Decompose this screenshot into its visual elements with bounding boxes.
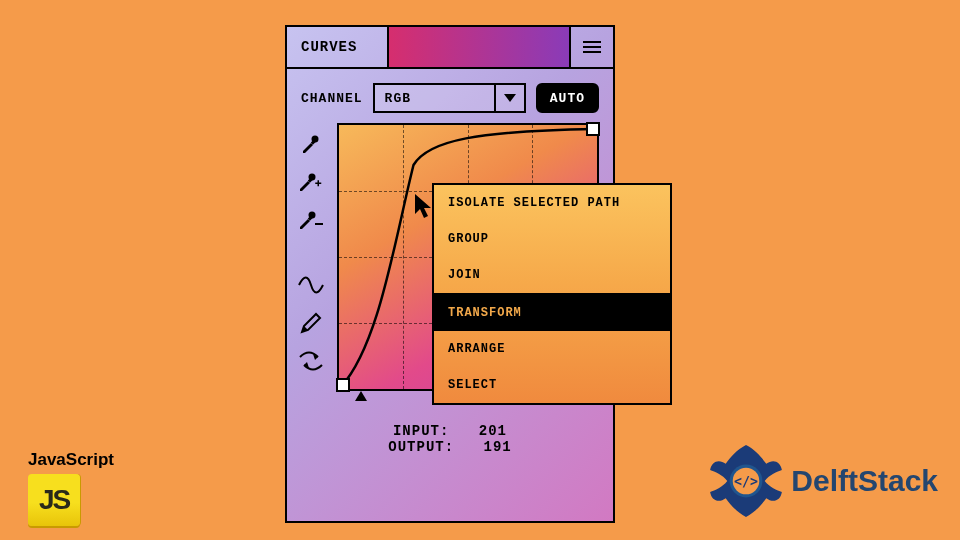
eyedropper-plus-icon: [298, 169, 324, 193]
delftstack-logo-icon: </>: [707, 442, 785, 520]
curve-handle-highlight-point[interactable]: [586, 122, 600, 136]
output-label: OUTPUT:: [388, 439, 454, 455]
eyedropper-add-tool[interactable]: [297, 167, 325, 195]
menu-item-arrange[interactable]: ARRANGE: [434, 331, 670, 367]
output-value: 191: [484, 439, 512, 455]
channel-label: CHANNEL: [301, 91, 363, 106]
eyedropper-tool[interactable]: [297, 129, 325, 157]
context-menu: ISOLATE SELECTED PATH GROUP JOIN TRANSFO…: [432, 183, 672, 405]
chevron-down-icon: [494, 85, 524, 111]
svg-marker-0: [504, 94, 516, 102]
arrows-curve-icon: [298, 351, 324, 371]
channel-value: RGB: [375, 91, 494, 106]
pencil-tool[interactable]: [297, 309, 325, 337]
javascript-badge: JavaScript JS: [28, 450, 114, 526]
panel-menu-button[interactable]: [569, 27, 613, 67]
menu-item-group[interactable]: GROUP: [434, 221, 670, 257]
eyedropper-icon: [299, 131, 323, 155]
menu-item-isolate[interactable]: ISOLATE SELECTED PATH: [434, 185, 670, 221]
tool-column: [291, 123, 331, 391]
readout-row: INPUT: 201 OUTPUT: 191: [287, 405, 613, 455]
auto-button[interactable]: AUTO: [536, 83, 599, 113]
title-gradient-swatch: [387, 27, 569, 67]
panel-title: CURVES: [287, 27, 387, 67]
svg-marker-10: [415, 194, 431, 218]
channel-select[interactable]: RGB: [373, 83, 526, 113]
javascript-logo-icon: JS: [28, 474, 80, 526]
channel-row: CHANNEL RGB AUTO: [287, 69, 613, 123]
pencil-icon: [299, 311, 323, 335]
panel-titlebar: CURVES: [287, 27, 613, 69]
slider-black-point[interactable]: [355, 391, 367, 401]
svg-rect-7: [315, 223, 323, 225]
delftstack-label: DelftStack: [791, 464, 938, 498]
input-value: 201: [479, 423, 507, 439]
menu-item-join[interactable]: JOIN: [434, 257, 670, 293]
menu-item-transform[interactable]: TRANSFORM: [434, 293, 670, 331]
curve-handle-shadow-point[interactable]: [336, 378, 350, 392]
svg-text:</>: </>: [734, 474, 758, 489]
input-label: INPUT:: [393, 423, 449, 439]
eyedropper-sub-tool[interactable]: [297, 205, 325, 233]
wave-icon: [298, 276, 324, 294]
hamburger-icon: [583, 41, 601, 53]
javascript-label: JavaScript: [28, 450, 114, 470]
delftstack-brand: </> DelftStack: [707, 442, 938, 520]
menu-item-select[interactable]: SELECT: [434, 367, 670, 403]
eyedropper-minus-icon: [298, 207, 324, 231]
smooth-points-tool[interactable]: [297, 347, 325, 375]
cursor-arrow-icon: [415, 194, 437, 220]
smooth-curve-tool[interactable]: [297, 271, 325, 299]
